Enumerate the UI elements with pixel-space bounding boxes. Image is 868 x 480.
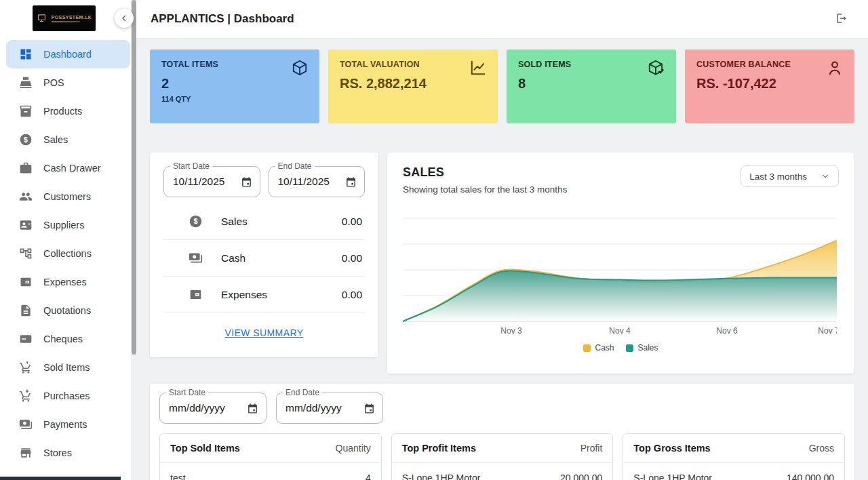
sidebar-item-stores[interactable]: Stores xyxy=(6,439,130,467)
stat-card-customer-balance: CUSTOMER BALANCERS. -107,422 xyxy=(685,49,854,123)
table-top-sold-items: Top Sold ItemsQuantitytest4 xyxy=(159,433,382,480)
chart-line-icon xyxy=(469,59,487,77)
legend-item-sales: Sales xyxy=(626,343,658,353)
chevron-down-icon xyxy=(821,172,830,181)
table-top-profit-items: Top Profit ItemsProfitS-Lone 1HP Motor20… xyxy=(391,433,614,480)
stat-card-sold-items: SOLD ITEMS8 xyxy=(507,49,676,123)
end-date-label: End Date xyxy=(283,388,322,397)
summary-start-date-input[interactable]: Start Date 10/11/2025 xyxy=(163,166,260,197)
summary-card: Start Date 10/11/2025 End Date 10/11/202… xyxy=(150,153,378,357)
dashboard-icon xyxy=(19,47,33,61)
wallet-icon xyxy=(19,275,33,289)
credit-card-icon xyxy=(19,332,33,346)
item-name: S-Lone 1HP Motor xyxy=(633,473,712,480)
end-date-value: 10/11/2025 xyxy=(278,176,346,188)
sidebar-item-purchases[interactable]: Purchases xyxy=(6,382,130,410)
top-header: APPLANTICS | Dashboard xyxy=(136,0,868,39)
calendar-icon[interactable] xyxy=(247,403,258,414)
logo-text: POSSYSTEM.LK xyxy=(52,15,92,20)
products-icon xyxy=(19,104,33,118)
start-date-placeholder: mm/dd/yyyy xyxy=(169,402,247,414)
monitor-icon xyxy=(37,13,48,24)
table-header: Top Gross ItemsGross xyxy=(623,434,844,463)
document-icon xyxy=(19,304,33,317)
calendar-icon[interactable] xyxy=(363,403,375,414)
sidebar-item-expenses[interactable]: Expenses xyxy=(6,268,130,296)
table-header: Top Profit ItemsProfit xyxy=(392,434,613,463)
end-date-placeholder: mm/dd/yyyy xyxy=(285,402,363,414)
sidebar-item-pos[interactable]: POS xyxy=(6,68,130,97)
stat-card-total-valuation: TOTAL VALUATIONRS. 2,882,214 xyxy=(328,49,498,123)
item-value: 4 xyxy=(366,473,371,480)
package-icon xyxy=(291,59,309,77)
sidebar-scrollbar[interactable] xyxy=(131,0,136,480)
start-date-value: 10/11/2025 xyxy=(173,176,241,188)
item-value: 20,000.00 xyxy=(560,473,602,480)
sidebar-item-suppliers[interactable]: Suppliers xyxy=(6,211,130,239)
store-icon xyxy=(19,446,33,460)
summary-row-sales: $Sales0.00 xyxy=(163,203,365,240)
sidebar-item-customers[interactable]: Customers xyxy=(6,182,130,211)
top-items-card: Start Date mm/dd/yyyy End Date mm/dd/yyy… xyxy=(150,384,854,480)
logo-tagline xyxy=(52,21,80,22)
sidebar-item-cheques[interactable]: Cheques xyxy=(6,325,130,353)
calendar-icon[interactable] xyxy=(345,176,357,188)
chart-legend: CashSales xyxy=(403,343,839,353)
start-date-label: Start Date xyxy=(166,388,208,397)
summary-end-date-input[interactable]: End Date 10/11/2025 xyxy=(269,166,366,197)
app-logo: POSSYSTEM.LK xyxy=(33,5,96,31)
summary-row-cash: Cash0.00 xyxy=(163,240,365,277)
sidebar-item-cash-drawer[interactable]: Cash Drawer xyxy=(6,154,130,182)
sidebar-item-payments[interactable]: Payments xyxy=(6,410,130,439)
sidebar-item-dashboard[interactable]: Dashboard xyxy=(6,40,130,68)
dollar-circle-icon: $ xyxy=(19,133,33,146)
dollar-circle-icon: $ xyxy=(189,214,203,228)
table-header: Top Sold ItemsQuantity xyxy=(160,434,381,463)
view-summary-link[interactable]: VIEW SUMMARY xyxy=(225,327,304,338)
stat-card-total-items: TOTAL ITEMS2114 QTY xyxy=(150,49,319,123)
sidebar-footer-strip xyxy=(0,477,121,480)
sidebar-scrollbar-thumb[interactable] xyxy=(132,0,136,355)
x-tick-label: Nov 7 xyxy=(818,326,837,336)
sidebar-menu: DashboardPOSProducts$SalesCash DrawerCus… xyxy=(6,40,130,467)
svg-text:$: $ xyxy=(193,217,197,225)
pos-icon xyxy=(19,76,33,89)
x-tick-label: Nov 3 xyxy=(500,326,522,336)
calendar-icon[interactable] xyxy=(241,176,252,188)
sidebar-item-products[interactable]: Products xyxy=(6,97,130,125)
bottom-end-date-input[interactable]: End Date mm/dd/yyyy xyxy=(276,393,383,424)
stat-value: RS. 2,882,214 xyxy=(340,76,486,92)
sales-chart-card: SALES Showing total sales for the last 3… xyxy=(387,153,854,374)
start-date-label: Start Date xyxy=(170,161,212,171)
stat-label: CUSTOMER BALANCE xyxy=(696,60,843,69)
stat-label: TOTAL ITEMS xyxy=(161,60,308,69)
chevron-left-icon xyxy=(119,14,129,23)
logout-icon[interactable] xyxy=(835,12,849,26)
sidebar-item-quotations[interactable]: Quotations xyxy=(6,296,130,325)
item-name: S-Lone 1HP Motor xyxy=(402,473,481,480)
legend-item-cash: Cash xyxy=(583,343,614,353)
wallet-icon xyxy=(189,287,203,302)
stat-value: RS. -107,422 xyxy=(696,76,843,92)
item-value: 140,000.00 xyxy=(787,473,834,480)
summary-row-expenses: Expenses0.00 xyxy=(163,277,365,313)
sidebar-item-collections[interactable]: Collections xyxy=(6,239,130,268)
package-check-icon xyxy=(648,59,665,77)
table-row: S-Lone 1HP Motor140,000.00 xyxy=(623,463,844,480)
legend-swatch xyxy=(626,344,633,352)
area-chart-svg: Nov 3Nov 4Nov 6Nov 7 xyxy=(403,201,837,338)
sidebar-collapse-button[interactable] xyxy=(115,9,134,28)
bottom-start-date-input[interactable]: Start Date mm/dd/yyyy xyxy=(159,393,267,424)
x-tick-label: Nov 6 xyxy=(716,326,738,336)
stat-label: TOTAL VALUATION xyxy=(340,60,486,69)
sidebar-item-sales[interactable]: $Sales xyxy=(6,125,130,154)
legend-swatch xyxy=(583,344,591,352)
sidebar-item-sold-items[interactable]: Sold Items xyxy=(6,353,130,382)
sales-subtitle: Showing total sales for the last 3 month… xyxy=(403,184,567,195)
sidebar: POSSYSTEM.LK DashboardPOSProducts$SalesC… xyxy=(0,0,136,480)
group-icon xyxy=(19,190,33,203)
top-items-tables: Top Sold ItemsQuantitytest4Top Profit It… xyxy=(159,433,845,480)
range-select[interactable]: Last 3 months xyxy=(741,165,839,187)
cart-plus-icon xyxy=(19,389,33,403)
tree-icon xyxy=(19,247,33,260)
